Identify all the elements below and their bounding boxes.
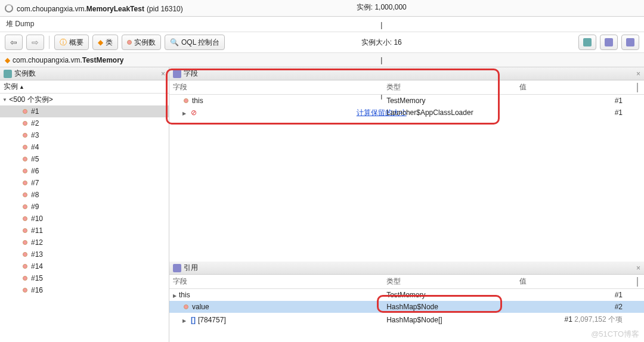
fields-table: 字段 类型 值 thisTestMemory#1▶⊘Launcher$AppCl… (169, 80, 644, 119)
breadcrumb: ◆ com.choupangxia.vm.TestMemory 实例: 1,00… (0, 53, 644, 67)
arrow-left-icon: ⇦ (10, 38, 17, 47)
close-icon[interactable]: × (636, 264, 640, 272)
instance-icon (23, 252, 27, 257)
instance-row[interactable]: #11 (0, 225, 169, 237)
table-header[interactable]: 字段 类型 值 (169, 275, 644, 289)
instance-icon (23, 264, 27, 269)
instance-row[interactable]: #15 (0, 272, 169, 284)
instance-row[interactable]: #16 (0, 284, 169, 296)
panel-icon (173, 264, 181, 272)
array-icon: [] (191, 316, 196, 324)
nav-back-button[interactable]: ⇦ (5, 35, 23, 50)
fields-header: 字段 × (169, 67, 644, 80)
instance-icon (23, 204, 27, 209)
table-row[interactable]: valueHashMap$Node#2 (169, 301, 644, 313)
sort-asc-icon: ▲ (19, 84, 24, 90)
close-icon[interactable]: × (636, 70, 640, 78)
instance-row[interactable]: #10 (0, 213, 169, 225)
instances-tree[interactable]: ▼ <500 个实例> #1#2#3#4#5#6#7#8#9#10#11#12#… (0, 94, 169, 342)
classes-button[interactable]: ◆类 (92, 35, 118, 50)
overview-button[interactable]: ⓘ概要 (54, 35, 89, 50)
instance-icon (23, 276, 27, 281)
panel-icon (4, 70, 12, 78)
arrow-right-icon: ⇨ (32, 38, 39, 47)
expand-icon: ▼ (2, 97, 7, 102)
group-row[interactable]: ▼ <500 个实例> (0, 94, 169, 105)
app-icon (5, 4, 13, 13)
column-config-icon[interactable] (637, 83, 638, 92)
watermark: @51CTO博客 (591, 329, 639, 340)
expand-icon: ▶ (182, 318, 186, 324)
instance-icon (23, 145, 27, 150)
nav-forward-button[interactable]: ⇨ (26, 35, 44, 50)
instance-row[interactable]: #8 (0, 189, 169, 201)
instance-icon (23, 216, 27, 221)
instance-icon (23, 133, 27, 138)
table-row[interactable]: ▶[][784757]HashMap$Node[]#1 2,097,152 个项 (169, 313, 644, 327)
expand-icon: ▶ (173, 293, 177, 299)
instance-icon (23, 228, 27, 233)
instance-icon (23, 121, 27, 126)
instance-icon (23, 181, 27, 185)
references-panel: 引用 × 字段 类型 值 ▶thisTestMemory#1valueHashM… (169, 262, 644, 342)
instance-row[interactable]: #12 (0, 237, 169, 248)
instance-icon (23, 288, 27, 293)
table-row[interactable]: ▶thisTestMemory#1 (169, 289, 644, 301)
instance-row[interactable]: #9 (0, 201, 169, 213)
fields-panel: 字段 × 字段 类型 值 thisTestMemory#1▶⊘Launcher$… (169, 67, 644, 262)
instance-icon (23, 157, 27, 161)
panel-icon (173, 70, 181, 78)
instance-row[interactable]: #4 (0, 141, 169, 153)
column-config-icon[interactable] (637, 277, 638, 287)
field-icon (184, 98, 188, 103)
close-icon[interactable]: × (161, 70, 165, 78)
instance-row[interactable]: #3 (0, 129, 169, 141)
instance-row[interactable]: #2 (0, 117, 169, 129)
instance-icon (23, 240, 27, 245)
instances-header: 实例数 × (0, 67, 169, 80)
instance-row[interactable]: #5 (0, 153, 169, 165)
separator (49, 36, 49, 49)
references-table: 字段 类型 值 ▶thisTestMemory#1valueHashMap$No… (169, 275, 644, 327)
instances-panel: 实例数 × 实例▲ ▼ <500 个实例> #1#2#3#4#5#6#7#8#9… (0, 67, 169, 342)
instances-column-header[interactable]: 实例▲ (0, 80, 169, 94)
instance-icon (23, 192, 27, 197)
instance-row[interactable]: #7 (0, 177, 169, 189)
table-row[interactable]: thisTestMemory#1 (169, 95, 644, 107)
class-icon: ◆ (5, 56, 10, 64)
field-icon (184, 304, 188, 309)
class-icon: ⊘ (191, 108, 197, 117)
breadcrumb-text: com.choupangxia.vm.TestMemory (13, 56, 124, 64)
instance-row[interactable]: #1 (0, 105, 169, 117)
instance-row[interactable]: #14 (0, 260, 169, 272)
instance-row[interactable]: #13 (0, 248, 169, 260)
instance-row[interactable]: #6 (0, 165, 169, 177)
table-header[interactable]: 字段 类型 值 (169, 80, 644, 95)
table-row[interactable]: ▶⊘Launcher$AppClassLoader#1 (169, 107, 644, 119)
references-header: 引用 × (169, 262, 644, 275)
expand-icon: ▶ (182, 111, 186, 116)
instance-icon (23, 169, 27, 173)
instance-icon (23, 109, 27, 114)
info-icon: ⓘ (60, 38, 67, 48)
class-icon: ◆ (98, 38, 103, 46)
